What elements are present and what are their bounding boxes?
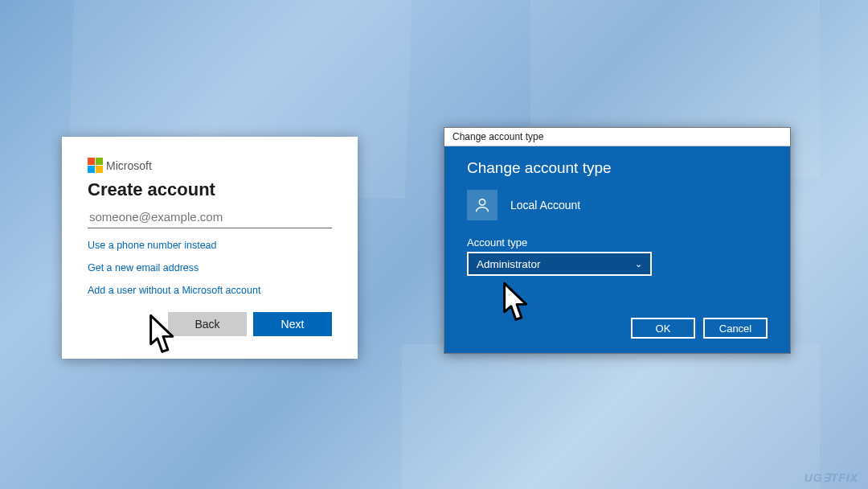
change-account-heading: Change account type	[467, 159, 768, 177]
create-account-heading: Create account	[88, 179, 332, 200]
microsoft-logo: Microsoft	[88, 158, 332, 173]
dropdown-selected-value: Administrator	[477, 258, 541, 270]
dialog-titlebar: Change account type	[444, 128, 790, 146]
dialog-button-row: Back Next	[88, 312, 332, 336]
cancel-button[interactable]: Cancel	[703, 318, 768, 339]
background-pane	[402, 344, 820, 489]
watermark-text: UG∃TFIX	[805, 471, 858, 484]
account-type-label: Account type	[467, 236, 768, 249]
chevron-down-icon: ⌄	[635, 259, 642, 269]
account-row: Local Account	[467, 190, 768, 220]
user-avatar-icon	[467, 190, 497, 220]
microsoft-brand-text: Microsoft	[106, 159, 152, 172]
dialog-footer: OK Cancel	[467, 318, 768, 339]
no-ms-account-link[interactable]: Add a user without a Microsoft account	[88, 285, 332, 296]
ok-button[interactable]: OK	[631, 318, 695, 339]
change-account-type-dialog: Change account type Change account type …	[444, 127, 791, 354]
back-button[interactable]: Back	[168, 312, 247, 336]
create-account-dialog: Microsoft Create account Use a phone num…	[62, 137, 358, 359]
account-name-label: Local Account	[510, 199, 580, 212]
new-email-link[interactable]: Get a new email address	[88, 262, 332, 273]
email-field[interactable]	[88, 208, 332, 228]
svg-point-0	[479, 199, 485, 205]
use-phone-link[interactable]: Use a phone number instead	[88, 240, 332, 251]
next-button[interactable]: Next	[253, 312, 332, 336]
microsoft-logo-icon	[88, 158, 103, 173]
account-type-dropdown[interactable]: Administrator ⌄	[467, 252, 652, 276]
